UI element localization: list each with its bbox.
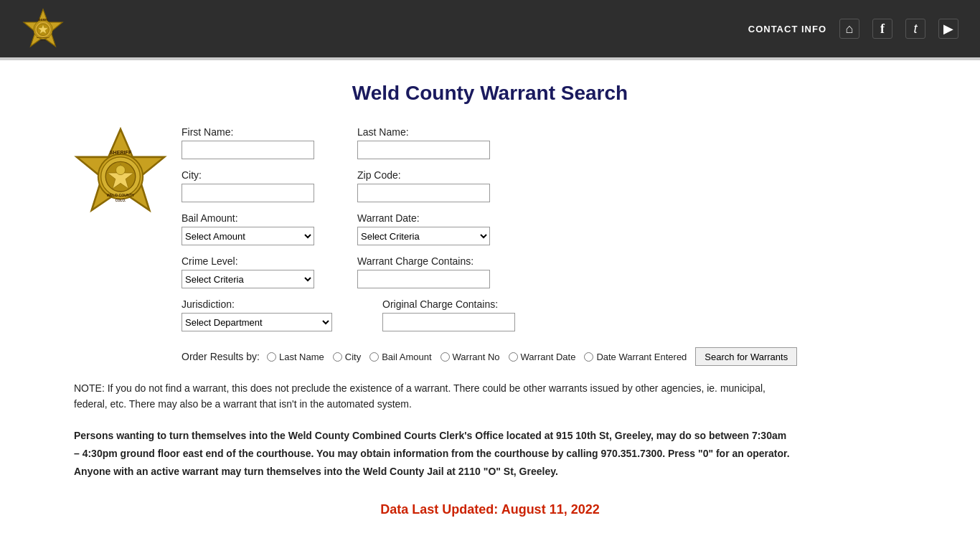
site-header: SHERIFF WELD COUNTY COLO. CONTACT INFO ⌂… [0,0,980,57]
page-title: Weld County Warrant Search [74,82,906,105]
original-charge-input[interactable] [382,313,515,331]
city-label: City: [182,169,314,181]
zip-code-input[interactable] [357,184,490,202]
form-fields: First Name: Last Name: City: Zip Code: [182,126,906,366]
main-content: Weld County Warrant Search SHERIFF WELD … [60,60,920,539]
zip-code-label: Zip Code: [357,169,490,181]
order-by-last-name[interactable]: Last Name [267,352,324,362]
twitter-icon[interactable]: t [905,19,925,39]
info-text: Persons wanting to turn themselves into … [74,427,791,481]
youtube-icon[interactable]: ▶ [938,19,958,39]
search-warrants-button[interactable]: Search for Warrants [695,347,797,366]
order-by-warrant-date-label: Warrant Date [521,352,576,362]
svg-point-16 [116,166,126,175]
form-row-bail-warrant: Bail Amount: Select AmountUnder $1,000$1… [182,212,906,245]
order-by-date-entered-label: Date Warrant Entered [596,352,687,362]
data-updated: Data Last Updated: August 11, 2022 [74,502,906,517]
warrant-charge-label: Warrant Charge Contains: [357,255,490,267]
form-badge: SHERIFF WELD COUNTY COLO. [74,126,167,220]
crime-level-select[interactable]: Select CriteriaFelonyMisdemeanorTraffic [182,270,314,288]
first-name-group: First Name: [182,126,314,159]
last-name-input[interactable] [357,141,490,159]
first-name-input[interactable] [182,141,314,159]
facebook-icon[interactable]: f [872,19,892,39]
form-row-city-zip: City: Zip Code: [182,169,906,202]
order-by-last-name-radio[interactable] [267,352,276,362]
form-badge-svg: SHERIFF WELD COUNTY COLO. [74,126,167,220]
zip-code-group: Zip Code: [357,169,490,202]
warrant-date-label: Warrant Date: [357,212,490,224]
svg-text:WELD COUNTY: WELD COUNTY [107,193,135,197]
original-charge-group: Original Charge Contains: [382,298,515,331]
form-row-name: First Name: Last Name: [182,126,906,159]
order-by-bail-radio[interactable] [369,352,379,362]
order-by-warrant-no-label: Warrant No [453,352,500,362]
bail-amount-group: Bail Amount: Select AmountUnder $1,000$1… [182,212,314,245]
warrant-charge-input[interactable] [357,270,490,288]
order-by-city-radio[interactable] [333,352,342,362]
city-input[interactable] [182,184,314,202]
order-results-row: Order Results by: Last Name City Bail Am… [182,347,906,366]
header-nav: CONTACT INFO ⌂ f t ▶ [748,19,958,39]
order-results-label: Order Results by: [182,351,260,362]
crime-level-label: Crime Level: [182,255,314,267]
original-charge-label: Original Charge Contains: [382,298,515,310]
jurisdiction-select[interactable]: Select DepartmentWeld County SheriffGree… [182,313,332,331]
svg-text:SHERIFF: SHERIFF [110,150,132,156]
order-by-date-entered-radio[interactable] [584,352,593,362]
home-icon[interactable]: ⌂ [839,19,859,39]
order-by-date-entered[interactable]: Date Warrant Entered [584,352,687,362]
city-group: City: [182,169,314,202]
last-name-label: Last Name: [357,126,490,138]
first-name-label: First Name: [182,126,314,138]
bail-amount-label: Bail Amount: [182,212,314,224]
svg-text:COLO.: COLO. [41,39,46,41]
warrant-charge-group: Warrant Charge Contains: [357,255,490,288]
crime-level-group: Crime Level: Select CriteriaFelonyMisdem… [182,255,314,288]
form-row-jurisdiction-charge: Jurisdiction: Select DepartmentWeld Coun… [182,298,906,331]
svg-text:COLO.: COLO. [116,199,126,202]
logo-area: SHERIFF WELD COUNTY COLO. [22,7,65,50]
form-row-crime-charge: Crime Level: Select CriteriaFelonyMisdem… [182,255,906,288]
order-by-city[interactable]: City [333,352,361,362]
order-by-city-label: City [345,352,361,362]
svg-text:SHERIFF: SHERIFF [38,19,48,22]
note-text: NOTE: If you do not find a warrant, this… [74,380,791,413]
order-by-bail-amount[interactable]: Bail Amount [369,352,431,362]
jurisdiction-group: Jurisdiction: Select DepartmentWeld Coun… [182,298,339,331]
order-by-warrant-no[interactable]: Warrant No [440,352,500,362]
svg-text:WELD COUNTY: WELD COUNTY [37,37,50,39]
order-by-bail-label: Bail Amount [382,352,431,362]
search-form-container: SHERIFF WELD COUNTY COLO. First Name: La… [74,126,906,366]
sheriff-badge-logo: SHERIFF WELD COUNTY COLO. [22,7,65,50]
order-by-warrant-date-radio[interactable] [509,352,518,362]
bail-amount-select[interactable]: Select AmountUnder $1,000$1,000 - $5,000… [182,227,314,245]
last-name-group: Last Name: [357,126,490,159]
order-by-warrant-date[interactable]: Warrant Date [509,352,576,362]
order-by-warrant-no-radio[interactable] [440,352,450,362]
warrant-date-group: Warrant Date: Select CriteriaLast 30 Day… [357,212,490,245]
contact-info-link[interactable]: CONTACT INFO [748,24,826,34]
warrant-date-select[interactable]: Select CriteriaLast 30 DaysLast 60 DaysL… [357,227,490,245]
jurisdiction-label: Jurisdiction: [182,298,339,310]
order-by-last-name-label: Last Name [279,352,324,362]
